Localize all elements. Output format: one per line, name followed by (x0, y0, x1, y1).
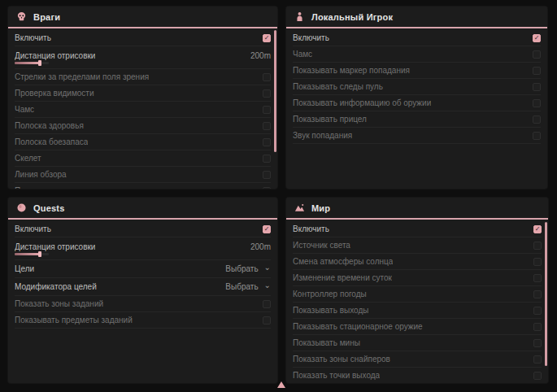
slider[interactable] (15, 253, 49, 255)
checkbox[interactable] (263, 89, 271, 98)
panel-title: Локальный Игрок (311, 12, 393, 22)
panel-enemies-header[interactable]: Враги (8, 7, 277, 28)
row-label: Включить (293, 224, 329, 233)
panel-quests-header[interactable]: Quests (8, 198, 277, 220)
checkbox[interactable] (263, 106, 271, 114)
checkbox[interactable]: ✓ (263, 34, 271, 42)
checkbox[interactable] (263, 187, 271, 189)
row-label: Чамс (293, 50, 312, 59)
checkbox[interactable] (533, 290, 542, 298)
checkbox[interactable] (263, 316, 271, 324)
settings-row-checkbox[interactable]: Показывать выходы (293, 303, 542, 319)
checkbox[interactable] (533, 339, 542, 347)
settings-row-checkbox[interactable]: Проверка видимости (15, 85, 271, 102)
settings-row-checkbox[interactable]: Линия обзора (15, 167, 271, 183)
row-label: Изменение времени суток (293, 273, 392, 282)
checkbox[interactable] (533, 99, 541, 107)
settings-row-checkbox[interactable]: Контроллер погоды (293, 286, 542, 303)
checkbox[interactable] (263, 122, 271, 130)
settings-row-checkbox[interactable]: Показывать следы пуль (15, 183, 271, 189)
settings-row-select[interactable]: Цели Выбрать ⌄ (15, 260, 271, 278)
settings-row-checkbox[interactable]: Полоска здоровья (15, 118, 271, 134)
settings-row-checkbox[interactable]: Показывать прицел (293, 111, 541, 128)
settings-row-select[interactable]: Модификатора целей Выбрать ⌄ (15, 278, 271, 296)
checkbox[interactable]: ✓ (533, 34, 541, 42)
settings-row-checkbox[interactable]: Включить ✓ (293, 30, 541, 46)
row-label: Дистанция отрисовки (15, 242, 95, 251)
slider-fill (15, 253, 40, 255)
settings-row-checkbox[interactable]: Чамс (293, 46, 541, 63)
checkbox[interactable] (533, 50, 541, 59)
checkbox[interactable] (263, 155, 271, 163)
checkbox[interactable] (533, 115, 541, 124)
checkbox[interactable]: ✓ (533, 225, 542, 233)
row-label: Модификатора целей (15, 282, 97, 291)
checkbox[interactable] (533, 83, 541, 91)
slider-value: 200m (250, 51, 271, 60)
row-label: Цели (15, 264, 34, 273)
checkbox[interactable] (263, 138, 271, 146)
settings-row-checkbox[interactable]: Показать зоны снайперов (293, 351, 542, 368)
select-dropdown[interactable]: Выбрать ⌄ (225, 282, 271, 291)
row-label: Смена атмосферы солнца (293, 257, 393, 266)
panel-local-player-header[interactable]: Локальный Игрок (286, 7, 547, 28)
checkbox[interactable] (533, 307, 542, 315)
settings-row-checkbox[interactable]: Показать зоны заданий (15, 296, 271, 312)
slider-fill (15, 62, 40, 64)
checkbox[interactable] (533, 242, 542, 250)
checkbox[interactable] (533, 274, 542, 282)
settings-row-checkbox[interactable]: Показывать информацию об оружии (293, 95, 541, 111)
row-label: Чамс (15, 105, 34, 114)
row-label: Показать точки выхода (293, 371, 380, 380)
slider-top-line: Дистанция отрисовки 200m (15, 51, 271, 60)
row-label: Источник света (293, 241, 350, 250)
slider[interactable] (15, 62, 49, 64)
settings-row-checkbox[interactable]: Звук попадания (293, 128, 541, 144)
settings-row-checkbox[interactable]: Включить ✓ (15, 30, 271, 46)
settings-row-checkbox[interactable]: Показывать маркер попадания (293, 63, 541, 79)
row-label: Показывать прицел (293, 115, 367, 124)
settings-row-checkbox[interactable]: Включить ✓ (293, 221, 542, 237)
panel-enemies-rows: Включить ✓ Дистанция отрисовки 200m Стре… (8, 28, 277, 189)
settings-row-checkbox[interactable]: Показывать следы пуль (293, 79, 541, 95)
panel-enemies: Враги Включить ✓ Дистанция отрисовки 200… (8, 7, 277, 189)
slider-handle[interactable] (38, 60, 41, 66)
settings-row-checkbox[interactable]: Показывать предметы заданий (15, 312, 271, 329)
checkbox[interactable] (263, 171, 271, 179)
settings-row-checkbox[interactable]: Скелет (15, 150, 271, 167)
checkbox[interactable] (533, 372, 542, 380)
row-label: Стрелки за пределами поля зрения (15, 72, 149, 81)
settings-row-checkbox[interactable]: Показывать стационарное оружие (293, 319, 542, 335)
row-label: Включить (293, 33, 329, 42)
checkbox[interactable] (263, 300, 271, 308)
settings-row-checkbox[interactable]: Изменение времени суток (293, 270, 542, 286)
scrollbar-thumb[interactable] (545, 222, 547, 366)
panel-quests-rows: Включить ✓ Дистанция отрисовки 200m Цели… (8, 220, 277, 329)
checkbox[interactable] (533, 323, 542, 331)
settings-row-checkbox[interactable]: Показывать мины (293, 335, 542, 351)
scrollbar-thumb[interactable] (274, 30, 276, 152)
slider-value: 200m (250, 242, 271, 251)
panel-local-player-rows: Включить ✓ Чамс Показывать маркер попада… (286, 28, 547, 144)
settings-row-checkbox[interactable]: Стрелки за пределами поля зрения (15, 69, 271, 85)
settings-row-checkbox[interactable]: Источник света (293, 237, 542, 254)
checkbox[interactable] (533, 67, 541, 75)
settings-row-checkbox[interactable]: Полоска боезапаса (15, 134, 271, 150)
select-dropdown[interactable]: Выбрать ⌄ (225, 264, 271, 273)
panel-title: Мир (311, 203, 330, 213)
row-label: Показать зоны снайперов (293, 355, 390, 364)
settings-row-checkbox[interactable]: Показать точки выхода (293, 368, 542, 383)
settings-row-checkbox[interactable]: Смена атмосферы солнца (293, 254, 542, 270)
row-label: Показывать маркер попадания (293, 66, 410, 75)
slider-handle[interactable] (38, 251, 41, 257)
settings-row-checkbox[interactable]: Чамс (15, 102, 271, 118)
row-label: Скелет (15, 154, 41, 163)
checkbox[interactable]: ✓ (263, 225, 271, 233)
settings-row-slider: Дистанция отрисовки 200m (15, 237, 271, 260)
checkbox[interactable] (533, 132, 541, 140)
checkbox[interactable] (263, 73, 271, 81)
checkbox[interactable] (533, 355, 542, 364)
settings-row-checkbox[interactable]: Включить ✓ (15, 221, 271, 237)
panel-world-header[interactable]: Мир (286, 198, 548, 220)
checkbox[interactable] (533, 258, 542, 266)
